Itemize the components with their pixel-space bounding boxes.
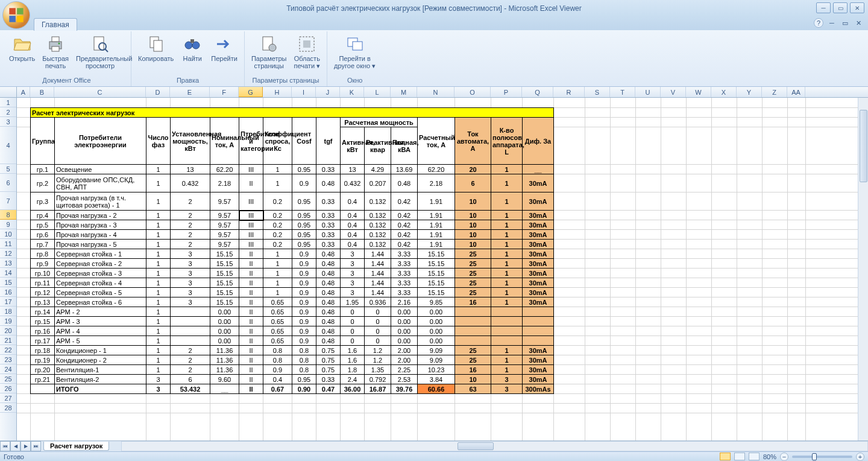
row-header-15[interactable]: 15: [0, 278, 16, 287]
column-header-X[interactable]: X: [711, 87, 737, 97]
column-header-U[interactable]: U: [635, 87, 661, 97]
row-header-16[interactable]: 16: [0, 287, 16, 297]
row-header-23[interactable]: 23: [0, 355, 16, 364]
row-header-5[interactable]: 5: [0, 164, 16, 174]
row-header-7[interactable]: 7: [0, 192, 16, 210]
open-button[interactable]: Открыть: [6, 33, 38, 64]
row-header-10[interactable]: 10: [0, 229, 16, 239]
column-header-T[interactable]: T: [610, 87, 635, 97]
binoculars-icon: [183, 34, 202, 54]
data-table: Расчет электрических нагрузокГруппаПотре…: [30, 107, 554, 394]
cells-area[interactable]: Расчет электрических нагрузокГруппаПотре…: [17, 98, 868, 442]
tab-nav-next[interactable]: ▶: [20, 441, 31, 451]
column-header-K[interactable]: K: [340, 87, 364, 97]
row-header-2[interactable]: 2: [0, 107, 16, 117]
row-header-13[interactable]: 13: [0, 258, 16, 268]
tab-nav-prev[interactable]: ◀: [10, 441, 20, 451]
fast-print-button[interactable]: Быстрая печать: [39, 33, 72, 71]
svg-rect-2: [9, 16, 15, 22]
column-header-P[interactable]: P: [491, 87, 522, 97]
doc-restore-button[interactable]: ▭: [840, 18, 850, 28]
zoom-out-button[interactable]: −: [780, 453, 788, 461]
row-header-11[interactable]: 11: [0, 239, 16, 249]
row-header-3[interactable]: 3: [0, 117, 16, 127]
column-header-AA[interactable]: AA: [787, 87, 805, 97]
column-header-C[interactable]: C: [54, 87, 146, 97]
svg-point-7: [58, 43, 60, 45]
doc-minimize-button[interactable]: ─: [827, 18, 837, 28]
svg-rect-3: [17, 16, 23, 22]
vertical-scrollbar[interactable]: [858, 98, 868, 442]
row-header-20[interactable]: 20: [0, 326, 16, 335]
column-header-N[interactable]: N: [417, 87, 454, 97]
column-header-I[interactable]: I: [292, 87, 316, 97]
row-header-17[interactable]: 17: [0, 297, 16, 307]
close-button[interactable]: ✕: [850, 2, 864, 13]
row-header-22[interactable]: 22: [0, 345, 16, 355]
tab-nav-last[interactable]: ⏭: [31, 441, 41, 451]
tab-home[interactable]: Главная: [34, 18, 77, 31]
row-header-14[interactable]: 14: [0, 268, 16, 278]
view-pagebreak-button[interactable]: [749, 453, 760, 460]
row-header-12[interactable]: 12: [0, 249, 16, 258]
tab-nav-first[interactable]: ⏮: [0, 441, 10, 451]
column-header-O[interactable]: O: [454, 87, 491, 97]
row-header-24[interactable]: 24: [0, 364, 16, 374]
row-header-28[interactable]: 28: [0, 403, 16, 413]
zoom-slider-thumb[interactable]: [812, 453, 817, 460]
row-header-25[interactable]: 25: [0, 374, 16, 384]
ribbon: Открыть Быстрая печать Предварительный п…: [0, 30, 868, 87]
column-header-J[interactable]: J: [316, 87, 340, 97]
column-header-B[interactable]: B: [30, 87, 54, 97]
column-header-L[interactable]: L: [364, 87, 391, 97]
column-header-Z[interactable]: Z: [762, 87, 787, 97]
column-header-Y[interactable]: Y: [737, 87, 762, 97]
horizontal-scrollbar[interactable]: [121, 441, 868, 451]
column-header-W[interactable]: W: [686, 87, 711, 97]
vscroll-thumb[interactable]: [860, 110, 867, 182]
column-header-R[interactable]: R: [553, 87, 585, 97]
column-header-V[interactable]: V: [661, 87, 686, 97]
column-header-D[interactable]: D: [146, 87, 170, 97]
copy-button[interactable]: Копировать: [135, 33, 177, 64]
office-button[interactable]: [2, 1, 30, 29]
minimize-button[interactable]: ─: [816, 2, 831, 13]
magnifier-page-icon: [90, 34, 110, 54]
row-header-4[interactable]: 4: [0, 127, 16, 164]
column-header-Q[interactable]: Q: [522, 87, 553, 97]
zoom-slider[interactable]: [792, 456, 852, 458]
maximize-button[interactable]: ▭: [833, 2, 848, 13]
row-header-1[interactable]: 1: [0, 98, 16, 107]
column-header-A[interactable]: A: [17, 87, 30, 97]
column-header-F[interactable]: F: [210, 87, 239, 97]
goto-button[interactable]: Перейти: [208, 33, 241, 64]
sheet-tab-active[interactable]: Расчет нагрузок: [43, 442, 109, 451]
select-all-corner[interactable]: [0, 87, 17, 97]
print-preview-button[interactable]: Предварительный просмотр: [73, 33, 127, 71]
row-header-19[interactable]: 19: [0, 316, 16, 326]
row-header-6[interactable]: 6: [0, 174, 16, 192]
view-normal-button[interactable]: [720, 453, 731, 460]
column-header-M[interactable]: M: [391, 87, 417, 97]
row-header-27[interactable]: 27: [0, 393, 16, 403]
row-header-21[interactable]: 21: [0, 335, 16, 345]
hscroll-thumb[interactable]: [458, 442, 494, 450]
page-setup-button[interactable]: Параметры страницы: [248, 33, 290, 71]
column-header-S[interactable]: S: [585, 87, 610, 97]
doc-close-button[interactable]: ✕: [854, 18, 863, 28]
row-header-8[interactable]: 8: [0, 210, 16, 220]
status-bar: Готово 80% − +: [0, 451, 868, 461]
row-header-9[interactable]: 9: [0, 220, 16, 229]
view-layout-button[interactable]: [734, 453, 745, 460]
column-header-G[interactable]: G: [239, 87, 263, 97]
help-button[interactable]: ?: [814, 18, 823, 28]
find-button[interactable]: Найти: [178, 33, 207, 64]
print-area-button[interactable]: Область печати ▾: [291, 33, 324, 71]
row-header-18[interactable]: 18: [0, 307, 16, 316]
column-header-E[interactable]: E: [170, 87, 210, 97]
zoom-in-button[interactable]: +: [856, 453, 864, 461]
switch-window-button[interactable]: Перейти в другое окно ▾: [331, 33, 379, 71]
column-header-H[interactable]: H: [263, 87, 292, 97]
row-header-26[interactable]: 26: [0, 384, 16, 393]
svg-rect-6: [52, 46, 59, 51]
